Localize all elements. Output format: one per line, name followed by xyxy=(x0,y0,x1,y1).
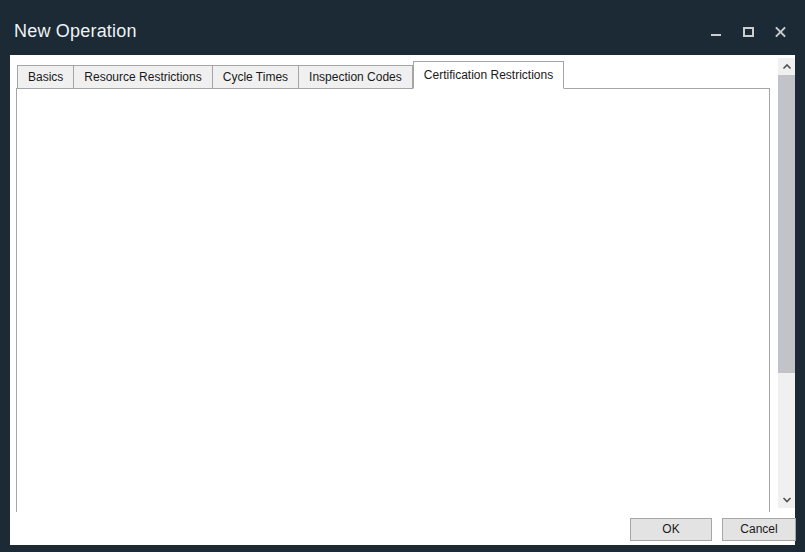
vertical-scrollbar[interactable] xyxy=(778,58,795,508)
maximize-button[interactable] xyxy=(742,26,755,39)
minimize-icon xyxy=(711,34,721,36)
certification-restrictions-panel xyxy=(16,88,770,512)
close-button[interactable] xyxy=(774,26,787,39)
window-title: New Operation xyxy=(14,21,137,42)
chevron-down-icon xyxy=(781,496,793,504)
minimize-button[interactable] xyxy=(710,26,723,39)
new-operation-dialog: New Operation Basics Resource Restrictio… xyxy=(0,0,805,552)
tab-certification-restrictions[interactable]: Certification Restrictions xyxy=(413,61,564,89)
cancel-button[interactable]: Cancel xyxy=(722,518,796,541)
scrollbar-down-button[interactable] xyxy=(778,491,795,508)
tab-inspection-codes[interactable]: Inspection Codes xyxy=(299,65,413,89)
tab-basics[interactable]: Basics xyxy=(17,65,74,89)
maximize-icon xyxy=(743,27,754,37)
scrollbar-thumb[interactable] xyxy=(778,75,795,373)
tab-cycle-times[interactable]: Cycle Times xyxy=(213,65,299,89)
chevron-up-icon xyxy=(781,63,793,71)
scrollbar-up-button[interactable] xyxy=(778,58,795,75)
ok-button[interactable]: OK xyxy=(630,518,712,541)
tab-resource-restrictions[interactable]: Resource Restrictions xyxy=(74,65,212,89)
window-controls xyxy=(710,26,787,39)
tab-strip: Basics Resource Restrictions Cycle Times… xyxy=(17,61,564,89)
